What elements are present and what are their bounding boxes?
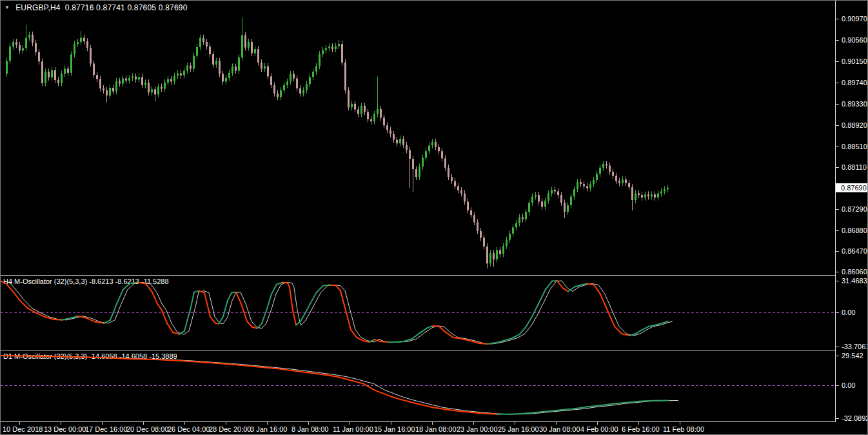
axis-tick-mark [836,104,839,105]
indicator-pane-d1-oscillator[interactable]: D1 M-Oscillator (32)(5,3,3) -14.6058 -14… [1,350,835,421]
axis-tick-mark [836,312,839,313]
time-tick-label: 30 Jan 08:00 [539,425,580,433]
time-tick-mark [556,422,557,425]
axis-tick-mark [836,281,839,281]
axis-tick-mark [836,356,839,356]
price-tick-label: 0.86880 [842,227,867,234]
time-tick-label: 13 Dec 00:00 [44,425,86,433]
axis-tick-mark [836,40,839,41]
price-tick-label: 0.87290 [842,205,867,213]
price-tick-label: 0.88110 [842,163,867,171]
time-tick-mark [597,422,598,425]
indicator2-min-label: -32.0892 [842,414,868,422]
axis-tick-mark [836,19,839,19]
time-scale[interactable]: 10 Dec 201813 Dec 00:0017 Dec 16:0020 De… [1,422,835,435]
axis-tick-mark [836,251,839,252]
time-tick-label: 20 Dec 08:00 [126,425,168,433]
axis-tick-mark [836,230,839,231]
time-tick-label: 8 Jan 08:00 [291,425,329,433]
chart-title: ▼EURGBP,H4 0.87716 0.87741 0.87605 0.876… [5,3,188,12]
price-tick-label: 0.88920 [842,121,867,129]
current-price-value: 0.87690 [841,184,867,192]
symbol-period-label: EURGBP,H4 [15,3,61,12]
time-tick-mark [473,422,474,425]
axis-tick-mark [836,385,839,386]
axis-tick-mark [836,125,839,126]
indicator2-max-label: 29.542 [842,352,863,359]
time-tick-mark [638,422,639,425]
time-tick-label: 26 Dec 04:00 [168,425,210,433]
price-tick-label: 0.86060 [842,268,867,276]
indicator1-zero-label: 0.00 [842,309,855,316]
axis-tick-mark [836,147,839,147]
time-tick-label: 17 Dec 16:00 [85,425,127,433]
indicator-pane-h4-oscillator[interactable]: H4 M-Oscillator (32)(5,3,3) -8.6213 -8.6… [1,276,835,350]
price-tick-label: 0.90150 [842,57,867,65]
time-tick-mark [19,422,20,425]
indicator1-max-label: 31.4683 [842,277,867,285]
price-scale[interactable]: 0.87690 0.909700.905600.901500.897400.89… [835,1,868,422]
time-tick-mark [432,422,433,425]
pane-divider-2[interactable] [1,350,835,350]
candlestick-chart [1,1,835,275]
time-tick-label: 15 Jan 16:00 [374,425,415,433]
time-tick-label: 23 Jan 00:00 [457,425,498,433]
h4-oscillator-plot [1,276,835,350]
axis-tick-mark [836,209,839,210]
axis-tick-mark [836,83,839,83]
price-tick-label: 0.89740 [842,79,867,86]
time-tick-mark [308,422,309,425]
price-tick-label: 0.90560 [842,36,867,44]
time-tick-mark [143,422,144,425]
time-tick-mark [350,422,350,425]
price-tick-label: 0.89330 [842,100,867,108]
price-tick-label: 0.90970 [842,15,867,23]
time-tick-mark [102,422,103,425]
indicator1-min-label: -33.7061 [842,343,868,350]
time-tick-mark [184,422,185,425]
time-tick-label: 28 Dec 20:00 [209,425,251,433]
price-chart-pane[interactable]: ▼EURGBP,H4 0.87716 0.87741 0.87605 0.876… [1,1,835,275]
time-tick-mark [391,422,391,425]
axis-tick-mark [836,167,839,168]
time-tick-label: 4 Feb 00:00 [580,425,618,433]
time-tick-label: 11 Feb 08:00 [663,425,704,433]
time-tick-mark [680,422,680,425]
symbol-dropdown-icon[interactable]: ▼ [5,5,10,10]
indicator2-zero-label: 0.00 [842,381,855,389]
axis-tick-mark [836,272,839,272]
time-tick-label: 25 Jan 16:00 [498,425,539,433]
price-tick-label: 0.86470 [842,247,867,255]
time-tick-mark [515,422,515,425]
current-price-tag: 0.87690 [836,183,868,192]
time-tick-label: 18 Jan 08:00 [415,425,457,433]
time-tick-label: 6 Feb 16:00 [622,425,660,433]
time-tick-mark [267,422,268,425]
time-tick-label: 10 Dec 2018 [3,425,43,433]
d1-oscillator-plot [1,350,835,421]
axis-tick-mark [836,347,839,347]
time-tick-label: 11 Jan 00:00 [333,425,373,433]
pane-divider-1[interactable] [1,275,835,276]
quote-ohlc-values: 0.87716 0.87741 0.87605 0.87690 [65,3,188,12]
axis-tick-mark [836,418,839,419]
time-tick-mark [226,422,226,425]
time-tick-label: 3 Jan 16:00 [250,425,288,433]
time-tick-mark [61,422,61,425]
mt4-chart-window: ▼EURGBP,H4 0.87716 0.87741 0.87605 0.876… [0,0,868,435]
axis-tick-mark [836,61,839,62]
price-tick-label: 0.88510 [842,143,867,150]
